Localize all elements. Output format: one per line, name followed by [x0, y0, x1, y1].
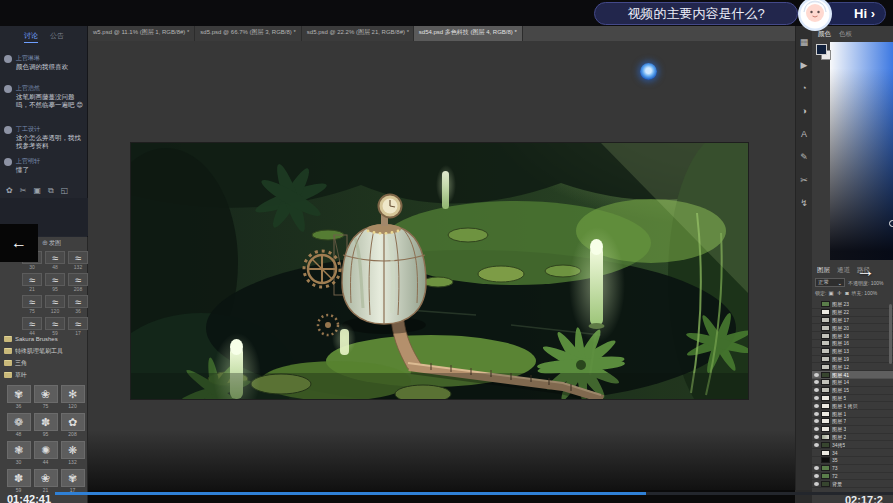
layer-row[interactable]: 34拷5 — [812, 441, 893, 449]
brush-stroke-cell[interactable]: ≈21 — [22, 273, 42, 292]
eye-icon[interactable] — [814, 365, 819, 369]
chat-toolbar-icon[interactable]: ▣ — [33, 186, 41, 196]
brush-stamp-cell[interactable]: ✽59 — [6, 469, 31, 493]
document-tab[interactable]: sd54.psd 多色科技 (图层 4, RGB/8) * — [414, 26, 523, 41]
assistant-avatar[interactable] — [797, 0, 833, 32]
brush-stroke-cell[interactable]: ≈208 — [68, 273, 88, 292]
layer-row[interactable]: 图层 2 — [812, 434, 893, 442]
tool-icon[interactable]: ◔ — [801, 84, 806, 93]
chat-tab-discussion[interactable]: 讨论 — [24, 31, 38, 43]
eye-icon[interactable] — [814, 412, 819, 416]
brush-stamp-cell[interactable]: ❃30 — [6, 441, 31, 465]
eye-icon[interactable] — [814, 443, 819, 447]
layer-row[interactable]: 图层 7 — [812, 418, 893, 426]
canvas-area[interactable] — [88, 41, 795, 490]
tool-icon[interactable]: ▦ — [800, 38, 809, 47]
layer-row[interactable]: 图层 16 — [812, 340, 893, 348]
layer-row[interactable]: 图层 13 — [812, 348, 893, 356]
tab-layers[interactable]: 图层 — [817, 266, 830, 275]
document-tab[interactable]: w5.psd @ 11.1% (图层 1, RGB/8#) * — [88, 26, 195, 41]
layers-scrollbar[interactable] — [889, 304, 892, 364]
eye-icon[interactable] — [814, 380, 819, 384]
layer-row[interactable]: 图层 1 — [812, 410, 893, 418]
brush-stamp-cell[interactable]: ✽95 — [33, 413, 58, 437]
layer-row[interactable]: 72 — [812, 473, 893, 481]
layer-row[interactable]: 图层 18 — [812, 332, 893, 340]
eye-icon[interactable] — [814, 341, 819, 345]
eye-icon[interactable] — [814, 310, 819, 314]
layer-row[interactable]: 图层 17 — [812, 317, 893, 325]
layer-row[interactable]: 图层 3 — [812, 426, 893, 434]
eye-icon[interactable] — [814, 427, 819, 431]
eye-icon[interactable] — [814, 419, 819, 423]
layer-row[interactable]: 图层 15 — [812, 387, 893, 395]
tab-channels[interactable]: 通道 — [837, 266, 850, 275]
chat-toolbar-icon[interactable]: ⧉ — [48, 186, 54, 196]
brush-stroke-cell[interactable]: ≈36 — [68, 295, 88, 314]
brush-stamp-cell[interactable]: ✾17 — [60, 469, 85, 493]
brush-stamp-cell[interactable]: ✾36 — [6, 385, 31, 409]
layer-row[interactable]: 图层 22 — [812, 309, 893, 317]
chat-tab-notice[interactable]: 公告 — [50, 31, 64, 43]
brush-stamp-cell[interactable]: ❁48 — [6, 413, 31, 437]
brush-stroke-cell[interactable]: ≈132 — [68, 251, 88, 270]
layer-row[interactable]: 图层 19 — [812, 356, 893, 364]
eye-icon[interactable] — [814, 318, 819, 322]
eye-icon[interactable] — [814, 349, 819, 353]
layer-row[interactable]: 图层 12 — [812, 363, 893, 371]
layer-row[interactable]: 图层 14 — [812, 379, 893, 387]
chat-toolbar-icon[interactable]: ◱ — [61, 186, 69, 196]
eye-icon[interactable] — [814, 466, 819, 470]
brush-folder-row[interactable]: 特殊肌理笔刷工具 — [4, 345, 88, 357]
eye-icon[interactable] — [814, 357, 819, 361]
brush-folder-row[interactable]: Sakura Brushes — [4, 333, 88, 345]
eye-icon[interactable] — [814, 404, 819, 408]
layer-row[interactable]: 35 — [812, 457, 893, 465]
eye-icon[interactable] — [814, 474, 819, 478]
progress-bar-fill[interactable] — [55, 492, 646, 495]
brush-stroke-cell[interactable]: ≈75 — [22, 295, 42, 314]
tool-icon[interactable]: A — [801, 130, 807, 139]
tool-icon[interactable]: ✂ — [800, 176, 808, 185]
tool-icon[interactable]: ▶ — [801, 61, 808, 70]
brush-folder-row[interactable]: 草叶 — [4, 369, 88, 381]
foreground-color-swatch[interactable] — [816, 44, 827, 55]
layer-row[interactable]: 73 — [812, 465, 893, 473]
brush-stamp-cell[interactable]: ❀21 — [33, 469, 58, 493]
eye-icon[interactable] — [814, 388, 819, 392]
eye-icon[interactable] — [814, 373, 819, 377]
tab-swatches[interactable]: 色板 — [839, 30, 852, 39]
color-picker-gradient[interactable] — [830, 42, 893, 260]
chat-toolbar-icon[interactable]: ✂ — [20, 186, 27, 196]
layer-row[interactable]: 图层 41 — [812, 371, 893, 379]
layer-row[interactable]: 图层 1 拷贝 — [812, 402, 893, 410]
layer-row[interactable]: 图层 5 — [812, 395, 893, 403]
send-image-button[interactable]: ⊕发图 — [42, 239, 61, 248]
brush-stroke-cell[interactable]: ≈120 — [45, 295, 65, 314]
eye-icon[interactable] — [814, 302, 819, 306]
brush-stamp-cell[interactable]: ✿208 — [60, 413, 85, 437]
brush-stamp-cell[interactable]: ✺44 — [33, 441, 58, 465]
eye-icon[interactable] — [814, 451, 819, 455]
brush-stamp-cell[interactable]: ❀75 — [33, 385, 58, 409]
eye-icon[interactable] — [814, 458, 819, 462]
chat-toolbar-icon[interactable]: ✿ — [6, 186, 13, 196]
eye-icon[interactable] — [814, 334, 819, 338]
document-tab[interactable]: sd5.psd @ 66.7% (图层 3, RGB/8) * — [195, 26, 301, 41]
fill-label[interactable]: 填充: 100% — [852, 290, 878, 296]
brush-stamp-cell[interactable]: ❋132 — [60, 441, 85, 465]
eye-icon[interactable] — [814, 396, 819, 400]
layer-row[interactable]: 34 — [812, 449, 893, 457]
document-tab[interactable]: sd5.psd @ 22.2% (图层 21, RGB/8#) * — [302, 26, 414, 41]
eye-icon[interactable] — [814, 435, 819, 439]
brush-folder-row[interactable]: 三角 — [4, 357, 88, 369]
eye-icon[interactable] — [814, 326, 819, 330]
tool-icon[interactable]: ✎ — [800, 153, 808, 162]
brush-stroke-cell[interactable]: ≈48 — [45, 251, 65, 270]
layer-row[interactable]: 图层 23 — [812, 301, 893, 309]
assistant-question-pill[interactable]: 视频的主要内容是什么? — [594, 2, 798, 25]
tool-icon[interactable]: ↯ — [800, 199, 808, 208]
brush-stroke-cell[interactable]: ≈95 — [45, 273, 65, 292]
brush-stamp-cell[interactable]: ✻120 — [60, 385, 85, 409]
layer-row[interactable]: 背景 — [812, 480, 893, 488]
